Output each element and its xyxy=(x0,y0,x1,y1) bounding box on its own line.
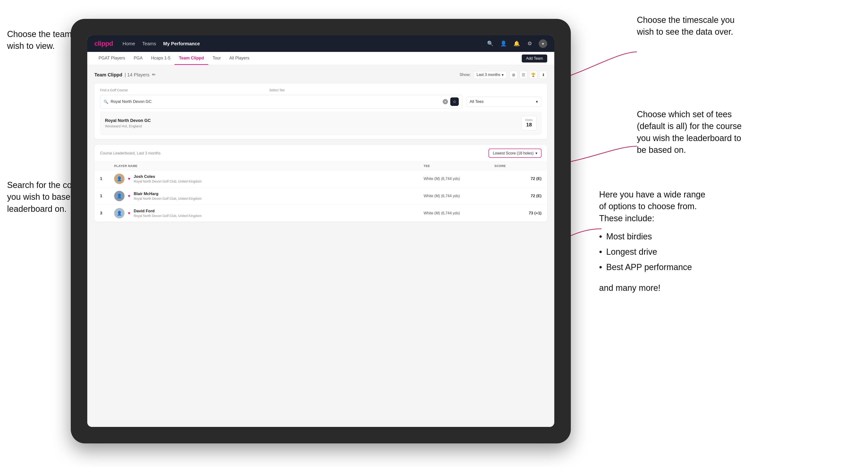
annotation-tr-line1: Choose the timescale you xyxy=(637,15,735,25)
annotation-lower-right: Here you have a wide range of options to… xyxy=(599,189,705,294)
search-section: Find a Golf Course Select Tee 🔍 ✕ ☆ All … xyxy=(94,84,547,139)
subnav-team-clippd[interactable]: Team Clippd xyxy=(175,52,208,65)
bell-icon-btn[interactable]: 🔔 xyxy=(512,39,521,48)
search-icon-btn[interactable]: 🔍 xyxy=(486,39,494,48)
view-icons: ⊞ ☰ 🏆 ⬇ xyxy=(509,71,547,79)
export-btn[interactable]: ⬇ xyxy=(539,71,547,79)
player-avatar-2: 👤 xyxy=(114,191,125,201)
annotation-mr-line4: be based on. xyxy=(637,145,686,155)
player-rank-1: 1 xyxy=(100,177,114,181)
annotation-mr-line1: Choose which set of tees xyxy=(637,110,732,119)
main-content: Team Clippd | 14 Players ✏ Show: Last 3 … xyxy=(87,65,554,427)
trophy-view-btn[interactable]: 🏆 xyxy=(529,71,537,79)
bullet-best-app: Best APP performance xyxy=(599,260,705,275)
tee-select-label: Select Tee xyxy=(269,88,285,92)
settings-icon-btn[interactable]: ⚙ xyxy=(526,39,534,48)
add-team-button[interactable]: Add Team xyxy=(522,55,547,63)
leaderboard-title: Course Leaderboard, Last 3 months xyxy=(100,151,161,156)
tee-select-wrapper[interactable]: All Tees ▾ xyxy=(466,97,541,107)
table-row: 1 👤 ♥ Blair McHarg Royal North Devon Gol… xyxy=(94,187,547,205)
holes-label: Holes xyxy=(525,118,533,122)
annotation-top-right: Choose the timescale you wish to see the… xyxy=(637,14,856,38)
and-more-text: and many more! xyxy=(599,282,705,294)
score-3: 73 (+1) xyxy=(494,211,541,216)
tee-info-3: White (M) (6,744 yds) xyxy=(424,211,494,215)
tablet-screen: clippd Home Teams My Performance 🔍 👤 🔔 ⚙… xyxy=(87,35,554,427)
player-info-1: 👤 ♥ Josh Coles Royal North Devon Golf Cl… xyxy=(114,174,424,184)
player-name-2: Blair McHarg xyxy=(134,191,202,196)
subnav-pgat-players[interactable]: PGAT Players xyxy=(94,52,129,65)
heart-icon-2: ♥ xyxy=(128,194,130,198)
annotation-lr-line2: of options to choose from. xyxy=(599,201,697,211)
grid-view-btn[interactable]: ⊞ xyxy=(509,71,518,79)
player-details-3: David Ford Royal North Devon Golf Club, … xyxy=(134,209,202,218)
annotation-mr-line3: you wish the leaderboard to xyxy=(637,133,741,143)
course-result-location: Westward Hol, England xyxy=(105,124,151,128)
subnav-all-players[interactable]: All Players xyxy=(225,52,253,65)
table-row: 1 👤 ♥ Josh Coles Royal North Devon Golf … xyxy=(94,170,547,187)
score-1: 72 (E) xyxy=(494,177,541,181)
tee-value: All Tees xyxy=(470,99,484,104)
holes-number: 18 xyxy=(525,122,533,128)
course-info: Royal North Devon GC Westward Hol, Engla… xyxy=(105,118,151,128)
annotation-bl-line3: leaderboard on. xyxy=(7,204,66,214)
sort-chevron-icon: ▾ xyxy=(535,151,537,155)
annotation-lr-line3: These include: xyxy=(599,214,654,223)
col-header-player: PLAYER NAME xyxy=(114,164,424,168)
show-chevron-icon: ▾ xyxy=(502,73,503,77)
heart-icon-1: ♥ xyxy=(128,177,130,181)
user-avatar[interactable]: ▾ xyxy=(539,39,547,48)
annotation-tr-line2: wish to see the data over. xyxy=(637,27,733,36)
tee-info-1: White (M) (6,744 yds) xyxy=(424,177,494,181)
show-dropdown[interactable]: Last 3 months ▾ xyxy=(474,71,507,79)
player-club-3: Royal North Devon Golf Club, United King… xyxy=(134,214,202,218)
subnav-tour[interactable]: Tour xyxy=(208,52,225,65)
search-labels: Find a Golf Course Select Tee xyxy=(100,88,541,92)
team-title: Team Clippd | 14 Players ✏ xyxy=(94,72,155,77)
player-rank-2: 1 xyxy=(100,194,114,198)
search-inputs: 🔍 ✕ ☆ All Tees ▾ xyxy=(100,95,541,108)
bullet-most-birdies: Most birdies xyxy=(599,229,705,244)
leaderboard-section: Course Leaderboard, Last 3 months Lowest… xyxy=(94,145,547,222)
subnav-hcaps[interactable]: Hcaps 1-5 xyxy=(147,52,175,65)
options-bullet-list: Most birdies Longest drive Best APP perf… xyxy=(599,229,705,275)
nav-link-myperformance[interactable]: My Performance xyxy=(163,41,200,46)
player-info-3: 👤 ♥ David Ford Royal North Devon Golf Cl… xyxy=(114,208,424,218)
player-avatar-3: 👤 xyxy=(114,208,125,218)
show-row: Show: Last 3 months ▾ ⊞ ☰ 🏆 ⬇ xyxy=(460,71,547,79)
col-header-tee: TEE xyxy=(424,164,494,168)
team-name: Team Clippd xyxy=(94,72,122,77)
player-details-1: Josh Coles Royal North Devon Golf Club, … xyxy=(134,174,202,183)
users-icon-btn[interactable]: 👤 xyxy=(499,39,507,48)
tee-info-2: White (M) (6,744 yds) xyxy=(424,194,494,198)
clear-search-button[interactable]: ✕ xyxy=(443,99,448,104)
sort-label: Lowest Score (18 holes) xyxy=(493,151,533,155)
player-details-2: Blair McHarg Royal North Devon Golf Club… xyxy=(134,191,202,200)
search-icon: 🔍 xyxy=(103,99,108,104)
show-label: Show: xyxy=(460,72,470,77)
navbar: clippd Home Teams My Performance 🔍 👤 🔔 ⚙… xyxy=(87,35,554,52)
nav-icons: 🔍 👤 🔔 ⚙ ▾ xyxy=(486,39,547,48)
team-header-row: Team Clippd | 14 Players ✏ Show: Last 3 … xyxy=(94,71,547,79)
show-value: Last 3 months xyxy=(477,73,500,77)
heart-icon-3: ♥ xyxy=(128,211,130,216)
annotation-top-left-line2: wish to view. xyxy=(7,41,55,51)
edit-icon[interactable]: ✏ xyxy=(152,72,155,77)
annotation-mid-right: Choose which set of tees (default is all… xyxy=(637,108,742,156)
col-header-rank xyxy=(100,164,114,168)
annotation-lr-line1: Here you have a wide range xyxy=(599,190,705,199)
holes-badge: Holes 18 xyxy=(521,116,536,130)
list-view-btn[interactable]: ☰ xyxy=(519,71,527,79)
course-search-input[interactable] xyxy=(111,99,440,104)
sort-dropdown[interactable]: Lowest Score (18 holes) ▾ xyxy=(489,149,541,158)
course-search-wrapper: 🔍 ✕ ☆ xyxy=(100,95,462,108)
leaderboard-header: Course Leaderboard, Last 3 months Lowest… xyxy=(94,145,547,162)
subnav-pga[interactable]: PGA xyxy=(129,52,147,65)
nav-links: Home Teams My Performance xyxy=(122,41,476,46)
favorite-button[interactable]: ☆ xyxy=(450,97,459,106)
nav-link-home[interactable]: Home xyxy=(122,41,135,46)
course-result-name: Royal North Devon GC xyxy=(105,118,151,123)
tablet-frame: clippd Home Teams My Performance 🔍 👤 🔔 ⚙… xyxy=(71,19,571,443)
tee-chevron-icon: ▾ xyxy=(536,99,538,104)
nav-link-teams[interactable]: Teams xyxy=(142,41,156,46)
